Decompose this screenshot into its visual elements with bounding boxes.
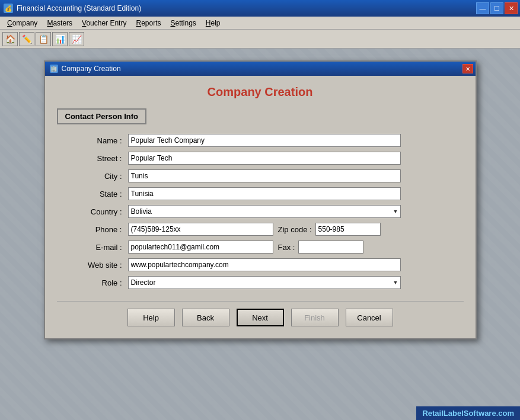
menu-bar: Company Masters Voucher Entry Reports Se… <box>0 17 520 30</box>
contact-person-info-tab[interactable]: Contact Person Info <box>57 108 147 124</box>
phone-zip-row: Phone : Zip code : <box>57 223 464 236</box>
menu-help[interactable]: Help <box>201 18 225 28</box>
role-row: Role : Director Manager Accountant Emplo… <box>57 276 464 289</box>
restore-button[interactable]: ☐ <box>490 2 503 14</box>
email-fax-row: E-mail : Fax : <box>57 241 464 254</box>
country-select-wrapper: Bolivia United States France Tunisia Ger… <box>128 205 401 218</box>
menu-settings[interactable]: Settings <box>165 18 200 28</box>
button-row: Help Back Next Finish Cancel <box>57 301 464 331</box>
city-row: City : <box>57 169 464 182</box>
website-row: Web site : <box>57 258 464 271</box>
close-button[interactable]: ✕ <box>505 2 518 14</box>
state-label: State : <box>57 190 128 198</box>
menu-reports[interactable]: Reports <box>131 18 165 28</box>
street-input[interactable] <box>128 152 401 165</box>
name-input[interactable] <box>128 134 401 147</box>
state-row: State : <box>57 187 464 200</box>
street-label: Street : <box>57 154 128 163</box>
next-button[interactable]: Next <box>237 309 284 326</box>
branding-text: RetailLabelSoftware.com <box>422 409 514 418</box>
street-row: Street : <box>57 152 464 165</box>
toolbar: 🏠 ✏️ 📋 📊 📈 <box>0 30 520 49</box>
dialog-title: Company Creation <box>62 65 121 73</box>
email-label: E-mail : <box>57 243 128 252</box>
country-row: Country : Bolivia United States France T… <box>57 205 464 218</box>
toolbar-btn-chart[interactable]: 📊 <box>52 32 68 46</box>
dialog-heading: Company Creation <box>57 85 464 99</box>
dialog-body: Company Creation Contact Person Info Nam… <box>45 76 476 338</box>
name-row: Name : <box>57 134 464 147</box>
role-select[interactable]: Director Manager Accountant Employee <box>128 276 401 289</box>
role-label: Role : <box>57 278 128 287</box>
toolbar-btn-home[interactable]: 🏠 <box>2 32 18 46</box>
app-title: Financial Accounting (Standard Edition) <box>17 4 141 12</box>
fax-input[interactable] <box>298 241 363 254</box>
phone-label: Phone : <box>57 225 128 234</box>
email-input[interactable] <box>128 241 273 254</box>
city-label: City : <box>57 172 128 181</box>
back-button[interactable]: Back <box>182 309 229 326</box>
cancel-button[interactable]: Cancel <box>346 309 393 326</box>
content-area: 🏢 Company Creation ✕ Company Creation Co… <box>0 49 520 420</box>
fax-label: Fax : <box>278 243 295 252</box>
menu-company[interactable]: Company <box>2 18 42 28</box>
finish-button[interactable]: Finish <box>291 309 339 326</box>
menu-voucher-entry[interactable]: Voucher Entry <box>77 18 131 28</box>
toolbar-btn-clipboard[interactable]: 📋 <box>36 32 51 46</box>
zipcode-label: Zip code : <box>278 225 312 234</box>
dialog-icon: 🏢 <box>50 65 58 73</box>
toolbar-btn-edit[interactable]: ✏️ <box>19 32 34 46</box>
title-bar: 💰 Financial Accounting (Standard Edition… <box>0 0 520 17</box>
menu-masters[interactable]: Masters <box>42 18 77 28</box>
dialog-title-bar: 🏢 Company Creation ✕ <box>45 62 476 76</box>
window-controls: — ☐ ✕ <box>476 2 518 14</box>
minimize-button[interactable]: — <box>476 2 489 14</box>
zip-group: Zip code : <box>278 223 381 236</box>
country-label: Country : <box>57 207 128 216</box>
phone-input[interactable] <box>128 223 273 236</box>
fax-group: Fax : <box>278 241 364 254</box>
branding-bar: RetailLabelSoftware.com <box>416 406 520 420</box>
help-button[interactable]: Help <box>127 309 175 326</box>
name-label: Name : <box>57 136 128 145</box>
website-label: Web site : <box>57 261 128 270</box>
company-creation-dialog: 🏢 Company Creation ✕ Company Creation Co… <box>44 60 477 339</box>
form-area: Name : Street : City : <box>57 134 464 289</box>
website-input[interactable] <box>128 258 401 271</box>
city-input[interactable] <box>128 169 401 182</box>
role-select-wrapper: Director Manager Accountant Employee <box>128 276 401 289</box>
app-icon: 💰 <box>4 4 13 13</box>
country-select[interactable]: Bolivia United States France Tunisia Ger… <box>128 205 401 218</box>
toolbar-btn-report[interactable]: 📈 <box>69 32 84 46</box>
dialog-close-button[interactable]: ✕ <box>462 64 473 73</box>
zipcode-input[interactable] <box>315 223 381 236</box>
state-input[interactable] <box>128 187 401 200</box>
